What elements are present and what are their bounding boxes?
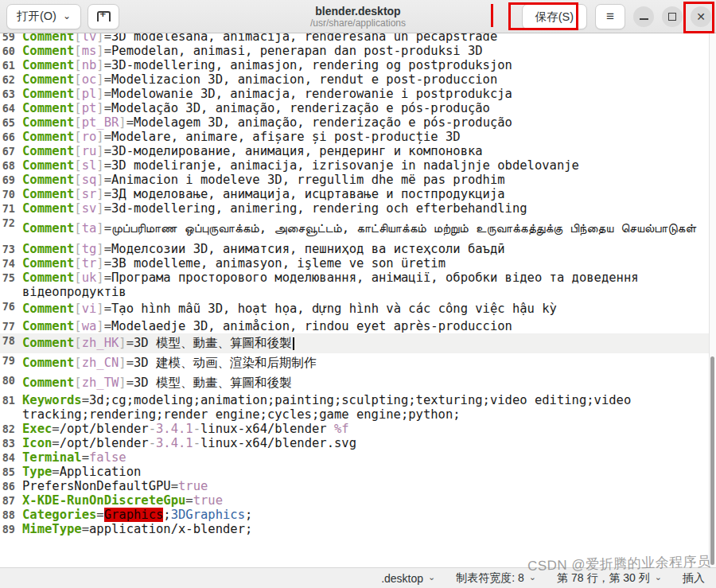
- line-number: 62: [0, 72, 22, 87]
- editor-line[interactable]: 70Comment[sr]=3Д моделовање, анимација, …: [0, 187, 716, 201]
- line-content: Terminal=false: [22, 450, 716, 465]
- line-content: PrefersNonDefaultGPU=true: [22, 479, 716, 493]
- editor-line[interactable]: 69Comment[sq]=Animacion i modeleve 3D, r…: [0, 173, 716, 187]
- line-number: 73: [0, 242, 22, 256]
- editor-line[interactable]: 61Comment[nb]=3D-modellering, animasjon,…: [0, 58, 716, 72]
- editor-line[interactable]: 74Comment[tr]=3B modelleme, animasyon, i…: [0, 256, 716, 271]
- vertical-scrollbar[interactable]: [709, 33, 716, 567]
- line-number: 80: [0, 373, 22, 387]
- annotation-tick-mark: [491, 4, 493, 27]
- status-bar: .desktop ⌄ 制表符宽度: 8 ⌄ 第 78 行，第 30 列 ⌄ 插入: [0, 567, 716, 588]
- editor-line[interactable]: 80Comment[zh_TW]=3D 模型、動畫、算圖和後製: [0, 373, 716, 393]
- line-number: 59: [0, 33, 22, 44]
- editor-line[interactable]: 77Comment[wa]=Modelaedje 3D, animåcion, …: [0, 319, 716, 333]
- line-number: 63: [0, 87, 22, 101]
- open-button[interactable]: 打开(O) ⌄: [6, 4, 81, 29]
- save-button-label: 保存(S): [535, 10, 574, 25]
- line-content: Keywords=3d;cg;modeling;animation;painti…: [22, 393, 716, 422]
- editor-line[interactable]: 82Exec=/opt/blender-3.4.1-linux-x64/blen…: [0, 422, 716, 436]
- line-number: 67: [0, 144, 22, 158]
- editor-line[interactable]: 75Comment[uk]=Програма просторового моде…: [0, 271, 716, 299]
- editor-line[interactable]: 67Comment[ru]=3D-моделирование, анимация…: [0, 144, 716, 158]
- line-number: 65: [0, 115, 22, 130]
- file-type-label: .desktop: [381, 572, 423, 585]
- open-button-label: 打开(O): [17, 9, 56, 24]
- line-number: 70: [0, 187, 22, 201]
- editor-line[interactable]: 65Comment[pt_BR]=Modelagem 3D, animação,…: [0, 115, 716, 130]
- editor-line[interactable]: 81Keywords=3d;cg;modeling;animation;pain…: [0, 393, 716, 422]
- line-number: 60: [0, 44, 22, 58]
- editor-line[interactable]: 76Comment[vi]=Tạo hình mẫu 3D, hoạt họa,…: [0, 299, 716, 319]
- hamburger-menu-icon: ≡: [606, 9, 614, 25]
- scrollbar-thumb[interactable]: [710, 356, 714, 565]
- line-content: Comment[zh_TW]=3D 模型、動畫、算圖和後製: [22, 373, 716, 393]
- line-content: Comment[tr]=3B modelleme, animasyon, işl…: [22, 256, 716, 271]
- header-bar: 打开(O) ⌄ + blender.desktop /usr/share/app…: [0, 0, 716, 33]
- line-content: Comment[lv]=3D modelēšana, animācija, re…: [22, 33, 716, 44]
- menu-button[interactable]: ≡: [595, 4, 625, 29]
- line-content: Comment[sv]=3d-modellering, animering, r…: [22, 201, 716, 216]
- line-content: Categories=Graphics;3DGraphics;: [22, 508, 716, 522]
- editor-line[interactable]: 85Type=Application: [0, 465, 716, 479]
- file-type-selector[interactable]: .desktop ⌄: [381, 572, 435, 585]
- line-content: Comment[uk]=Програма просторового моделю…: [22, 271, 716, 299]
- close-button[interactable]: ✕: [691, 6, 711, 27]
- line-number: 76: [0, 299, 22, 313]
- editor-line[interactable]: 79Comment[zh_CN]=3D 建模、动画、渲染和后期制作: [0, 353, 716, 373]
- editor-line[interactable]: 73Comment[tg]=Моделсозии 3D, аниматсия, …: [0, 242, 716, 256]
- editor-line[interactable]: 66Comment[ro]=Modelare, animare, afișare…: [0, 130, 716, 144]
- line-content: Comment[pt]=Modelação 3D, animação, rend…: [22, 101, 716, 115]
- line-content: Comment[nb]=3D-modellering, animasjon, r…: [22, 58, 716, 72]
- save-button[interactable]: 保存(S): [522, 4, 587, 29]
- chevron-down-icon: ⌄: [428, 573, 435, 582]
- editor-line[interactable]: 78Comment[zh_HK]=3D 模型、動畫、算圖和後製: [0, 333, 716, 353]
- line-number: 75: [0, 271, 22, 285]
- editor-line[interactable]: 68Comment[sl]=3D modeliranje, animacija,…: [0, 158, 716, 173]
- tab-width-selector[interactable]: 制表符宽度: 8 ⌄: [456, 571, 536, 586]
- line-number: 82: [0, 422, 22, 436]
- line-content: X-KDE-RunOnDiscreteGpu=true: [22, 493, 716, 508]
- new-tab-button[interactable]: +: [88, 4, 119, 29]
- editor-line[interactable]: 83Icon=/opt/blender-3.4.1-linux-x64/blen…: [0, 436, 716, 450]
- editor-line[interactable]: 59Comment[lv]=3D modelēšana, animācija, …: [0, 33, 716, 44]
- editor-line[interactable]: 60Comment[ms]=Pemodelan, animasi, penera…: [0, 44, 716, 58]
- line-content: Comment[tg]=Моделсозии 3D, аниматсия, пе…: [22, 242, 716, 256]
- editor-line[interactable]: 87X-KDE-RunOnDiscreteGpu=true: [0, 493, 716, 508]
- maximize-button[interactable]: [662, 6, 683, 27]
- editor-area[interactable]: 59Comment[lv]=3D modelēšana, animācija, …: [0, 33, 716, 567]
- line-number: 79: [0, 353, 22, 368]
- line-content: Comment[ta]=முப்பரிமாண ஒப்புருவாக்கம், அ…: [22, 216, 716, 242]
- editor-line[interactable]: 62Comment[oc]=Modelizacion 3D, animacion…: [0, 72, 716, 87]
- editor-line[interactable]: 86PrefersNonDefaultGPU=true: [0, 479, 716, 493]
- header-actions: 保存(S) ≡ ✕: [522, 0, 711, 33]
- line-number: 81: [0, 393, 22, 407]
- editor-line[interactable]: 71Comment[sv]=3d-modellering, animering,…: [0, 201, 716, 216]
- line-content: Icon=/opt/blender-3.4.1-linux-x64/blende…: [22, 436, 716, 450]
- editor-line[interactable]: 63Comment[pl]=Modelowanie 3D, animacja, …: [0, 87, 716, 101]
- line-number: 89: [0, 522, 22, 536]
- line-content: Comment[sr]=3Д моделовање, анимација, ис…: [22, 187, 716, 201]
- insert-mode-toggle[interactable]: 插入: [683, 571, 705, 586]
- line-content: Comment[ru]=3D-моделирование, анимация, …: [22, 144, 716, 158]
- line-content: Type=Application: [22, 465, 716, 479]
- editor-line[interactable]: 88Categories=Graphics;3DGraphics;: [0, 508, 716, 522]
- line-number: 78: [0, 333, 22, 348]
- line-content: Comment[sq]=Animacion i modeleve 3D, rre…: [22, 173, 716, 187]
- line-number: 72: [0, 216, 22, 230]
- line-number: 71: [0, 201, 22, 216]
- cursor-position-selector[interactable]: 第 78 行，第 30 列 ⌄: [557, 571, 662, 586]
- tab-width-label: 制表符宽度: 8: [456, 571, 524, 586]
- minimize-button[interactable]: [633, 6, 654, 27]
- editor-line[interactable]: 72Comment[ta]=முப்பரிமாண ஒப்புருவாக்கம்,…: [0, 216, 716, 242]
- window-subtitle: /usr/share/applications: [310, 18, 406, 29]
- line-content: MimeType=application/x-blender;: [22, 522, 716, 536]
- editor-line[interactable]: 84Terminal=false: [0, 450, 716, 465]
- line-number: 85: [0, 465, 22, 479]
- editor-line[interactable]: 89MimeType=application/x-blender;: [0, 522, 716, 536]
- line-content: Comment[sl]=3D modeliranje, animacija, i…: [22, 158, 716, 173]
- line-content: Comment[wa]=Modelaedje 3D, animåcion, ri…: [22, 319, 716, 333]
- text-editor-window: 打开(O) ⌄ + blender.desktop /usr/share/app…: [0, 0, 716, 588]
- editor-line[interactable]: 64Comment[pt]=Modelação 3D, animação, re…: [0, 101, 716, 115]
- line-content: Exec=/opt/blender-3.4.1-linux-x64/blende…: [22, 422, 716, 436]
- close-icon: ✕: [696, 11, 706, 22]
